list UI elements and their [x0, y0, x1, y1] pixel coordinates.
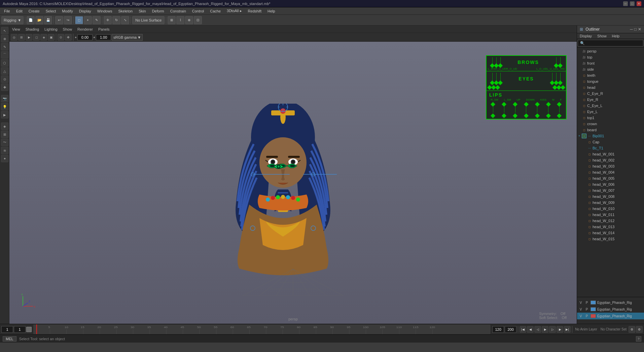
menu-file[interactable]: File: [1, 8, 13, 14]
rig-diamond-lip-bot[interactable]: [502, 113, 506, 118]
play-btn[interactable]: ▶: [542, 326, 548, 333]
expand-icon[interactable]: +: [582, 134, 586, 138]
tree-item-bc-t1[interactable]: ⋯ Bc_T1: [577, 145, 644, 151]
tree-item-ceye-r[interactable]: ◻ C_Eye_R: [577, 91, 644, 97]
xray-btn[interactable]: ✤: [65, 34, 72, 41]
menu-redshift[interactable]: Redshift: [245, 8, 264, 14]
isolate-btn[interactable]: ⊙: [58, 34, 64, 41]
timeline-ruler[interactable]: 5 10 15 20 25 30 35 40 45 50 55 60 65: [33, 324, 491, 335]
polygon-tool[interactable]: △: [1, 67, 8, 75]
viewport-menu-view[interactable]: View: [11, 27, 22, 31]
snap-curve-button[interactable]: ⌇: [176, 16, 184, 24]
paint-button[interactable]: ✎: [93, 16, 101, 24]
tree-item-head-w-007[interactable]: ◻ head_W_007: [577, 187, 644, 193]
tree-item-head-w-002[interactable]: ◻ head_W_002: [577, 157, 644, 163]
viewport-menu-show[interactable]: Show: [62, 27, 74, 31]
scale-tool-button[interactable]: ⤡: [121, 16, 129, 24]
outliner-menu-help[interactable]: Help: [611, 34, 621, 38]
smooth-btn[interactable]: ◈: [40, 34, 47, 41]
tree-item-persp[interactable]: 🎥 persp: [577, 48, 644, 54]
light-tool[interactable]: 💡: [1, 103, 8, 110]
tree-item-head-w-011[interactable]: ◻ head_W_011: [577, 212, 644, 218]
viewport-menu-panels[interactable]: Panels: [97, 27, 111, 31]
rig-diamond-eye-bottom[interactable]: [495, 85, 500, 90]
outliner-maximize-btn[interactable]: □: [634, 27, 637, 32]
maximize-button[interactable]: □: [630, 1, 635, 6]
tree-item-top[interactable]: 🎥 top: [577, 54, 644, 60]
lasso-tool-button[interactable]: ⌖: [84, 16, 92, 24]
rig-diamond-eye-bottom[interactable]: [561, 85, 565, 90]
rig-diamond-lip[interactable]: [524, 102, 529, 107]
surface-tool[interactable]: ⬡: [1, 59, 8, 67]
fluid-tool[interactable]: ≋: [1, 147, 8, 154]
outliner-tree[interactable]: 🎥 persp 🎥 top 🎥 front 🎥 side ◻: [577, 47, 644, 297]
snap-surface-button[interactable]: ⊡: [194, 16, 202, 24]
menu-skin[interactable]: Skin: [136, 8, 148, 14]
tree-item-eye-r[interactable]: ◻ Eye_R: [577, 97, 644, 103]
rig-diamond-lip-bot[interactable]: [557, 113, 562, 118]
outliner-menu-display[interactable]: Display: [578, 34, 593, 38]
rig-diamond-lip[interactable]: [502, 102, 506, 107]
sculpt-tool[interactable]: ✎: [1, 43, 8, 50]
tree-item-head-w-012[interactable]: ◻ head_W_012: [577, 218, 644, 224]
layer-row-2[interactable]: V P Egyptian_Pharaoh_Rig: [577, 306, 644, 313]
redo-button[interactable]: ↪: [64, 16, 72, 24]
open-file-button[interactable]: 📂: [35, 16, 43, 24]
render-preview[interactable]: ▶: [1, 111, 8, 118]
viewport-canvas[interactable]: BROWS L_IR: [9, 42, 577, 324]
outliner-minimize-btn[interactable]: ─: [630, 27, 633, 32]
grid-tool[interactable]: ⊞: [1, 131, 8, 138]
menu-create[interactable]: Create: [26, 8, 42, 14]
curve-tool[interactable]: ⌒: [1, 51, 8, 59]
save-file-button[interactable]: 💾: [44, 16, 52, 24]
select-tool-left[interactable]: ↖: [1, 27, 8, 34]
grid-toggle-btn[interactable]: ⊞: [18, 34, 25, 41]
rig-diamond-lip-bot[interactable]: [513, 113, 517, 118]
tree-item-head-w-010[interactable]: ◻ head_W_010: [577, 206, 644, 212]
minimize-button[interactable]: ─: [623, 1, 628, 6]
menu-modify[interactable]: Modify: [59, 8, 75, 14]
menu-cache[interactable]: Cache: [207, 8, 223, 14]
camera-select-btn[interactable]: ◎: [11, 34, 17, 41]
tree-item-head[interactable]: ◻ head: [577, 84, 644, 91]
tree-item-eye-l[interactable]: ◻ Eye_L: [577, 109, 644, 115]
rig-diamond-lip[interactable]: [491, 102, 495, 107]
rig-diamond-lip-bot[interactable]: [535, 113, 540, 118]
tree-item-head-w-013[interactable]: ◻ head_W_013: [577, 224, 644, 230]
go-to-end-btn[interactable]: ▶|: [564, 326, 571, 333]
select-tool-button[interactable]: ◻: [75, 16, 83, 24]
menu-windows[interactable]: Windows: [95, 8, 115, 14]
tree-item-cap[interactable]: ◻ Cap: [577, 139, 644, 145]
outliner-menu-show[interactable]: Show: [596, 34, 608, 38]
undo-button[interactable]: ↩: [55, 16, 63, 24]
tree-item-head-w-014[interactable]: ◻ head_W_014: [577, 230, 644, 236]
viewport[interactable]: View Shading Lighting Show Renderer Pane…: [9, 26, 577, 324]
exposure-input[interactable]: [77, 34, 93, 40]
rig-diamond-lip-bot[interactable]: [546, 113, 551, 118]
snap-point-button[interactable]: ⊕: [185, 16, 193, 24]
tree-item-beard[interactable]: ◻ beard: [577, 127, 644, 133]
menu-select[interactable]: Select: [43, 8, 59, 14]
rig-diamond-lip[interactable]: [557, 102, 562, 107]
rigging-dropdown[interactable]: Rigging ▼: [1, 16, 24, 24]
outliner-search-input[interactable]: [578, 40, 643, 46]
close-button[interactable]: ✕: [637, 1, 641, 6]
tree-item-front[interactable]: 🎥 front: [577, 60, 644, 66]
tree-item-head-w-001[interactable]: ◻ head_W_001: [577, 151, 644, 157]
current-frame-input[interactable]: [14, 326, 26, 333]
go-to-start-btn[interactable]: |◀: [520, 326, 526, 333]
outliner-close-btn[interactable]: ✕: [638, 27, 641, 32]
tree-item-head-w-003[interactable]: ◻ head_W_003: [577, 163, 644, 169]
texture-btn[interactable]: ▣: [48, 34, 55, 41]
tree-item-bip001[interactable]: + + ⋯ Bip001: [577, 133, 644, 139]
new-file-button[interactable]: 📄: [27, 16, 35, 24]
range-start-input[interactable]: [1, 326, 13, 333]
range-end-input[interactable]: [492, 326, 504, 333]
rig-diamond-lip[interactable]: [535, 102, 540, 107]
viewport-menu-lighting[interactable]: Lighting: [43, 27, 59, 31]
snap-grid-button[interactable]: ⊞: [168, 16, 176, 24]
next-keyframe-btn[interactable]: ▷: [549, 326, 556, 333]
tree-item-head-w-005[interactable]: ◻ head_W_005: [577, 175, 644, 181]
wireframe-btn[interactable]: ◻: [33, 34, 40, 41]
display-tool[interactable]: ◈: [1, 122, 8, 130]
